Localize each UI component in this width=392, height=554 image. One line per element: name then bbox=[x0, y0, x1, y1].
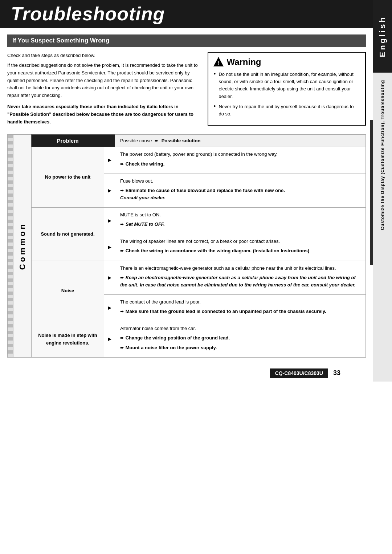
solution-ground-text: Make sure that the ground lead is connec… bbox=[126, 309, 326, 314]
right-sidebar: English Customize the Display (Customize… bbox=[373, 0, 392, 382]
header-row: Problem Possible cause ➨ Possible soluti… bbox=[32, 135, 366, 147]
main-content: If You Suspect Something Wrong Check and… bbox=[0, 28, 373, 382]
arrow-cell-5: ▶ bbox=[104, 261, 115, 294]
common-label-text: Common bbox=[18, 222, 27, 270]
solution-text-2: ➨ Eliminate the cause of fuse blowout an… bbox=[120, 187, 360, 201]
problem-no-power-text: No power to the unit bbox=[45, 174, 91, 180]
cause-text-4: The wiring of speaker lines are not corr… bbox=[120, 238, 360, 245]
table-header: Problem Possible cause ➨ Possible soluti… bbox=[32, 135, 366, 147]
solution-cell-7: Alternator noise comes from the car. ➨ C… bbox=[115, 321, 366, 357]
problem-no-sound-text: Sound is not generated. bbox=[41, 231, 94, 237]
sidebar-accent-bar bbox=[370, 120, 373, 265]
table-row: No power to the unit ▶ The power cord (b… bbox=[32, 147, 366, 174]
intro-area: Check and take steps as described below.… bbox=[7, 52, 366, 128]
cause-text-6: The contact of the ground lead is poor. bbox=[120, 298, 360, 306]
title-text: Troubleshooting bbox=[11, 3, 165, 24]
cause-text-5: There is an electromagnetic-wave generat… bbox=[120, 265, 360, 272]
cause-text-3: MUTE is set to ON. bbox=[120, 211, 360, 219]
problem-engine-noise-text: Noise is made in step with engine revolu… bbox=[38, 333, 97, 345]
solution-strong-2: Eliminate the cause of fuse blowout and … bbox=[120, 188, 285, 200]
solution-wiring-text: Check the wiring in accordance with the … bbox=[126, 248, 309, 253]
cause-text-7: Alternator noise comes from the car. bbox=[120, 325, 360, 332]
cause-text-1: The power cord (battery, power and groun… bbox=[120, 151, 360, 158]
solution-filter-text: Mount a noise filter on the power supply… bbox=[126, 345, 217, 350]
problem-no-power: No power to the unit bbox=[32, 147, 104, 208]
customize-label-section: Customize the Display (Customize Functio… bbox=[373, 73, 392, 382]
problem-table: Problem Possible cause ➨ Possible soluti… bbox=[31, 134, 366, 357]
header-cause-solution: Possible cause ➨ Possible solution bbox=[115, 135, 366, 147]
solution-cell-1: The power cord (battery, power and groun… bbox=[115, 147, 366, 174]
problem-engine-noise: Noise is made in step with engine revolu… bbox=[32, 321, 104, 357]
customize-vertical-label: Customize the Display (Customize Functio… bbox=[380, 80, 385, 230]
warning-box-container: ! Warning Do not use the unit in an irre… bbox=[208, 52, 366, 128]
solution-text-7b: ➨ Mount a noise filter on the power supp… bbox=[120, 344, 360, 351]
model-number: CQ-C8403U/C8303U bbox=[270, 368, 328, 378]
arrow-cell-6: ▶ bbox=[104, 295, 115, 321]
table-row: Sound is not generated. ▶ MUTE is set to… bbox=[32, 208, 366, 234]
arrow-cell-4: ▶ bbox=[104, 234, 115, 261]
warning-list: Do not use the unit in an irregular cond… bbox=[213, 71, 360, 118]
section-header-text: If You Suspect Something Wrong bbox=[12, 37, 109, 44]
table-row: Noise ▶ There is an electromagnetic-wave… bbox=[32, 261, 366, 294]
solution-cell-2: Fuse blows out. ➨ Eliminate the cause of… bbox=[115, 174, 366, 207]
warning-exclamation: ! bbox=[218, 60, 219, 66]
warning-triangle-icon: ! bbox=[213, 57, 224, 67]
header-solution-text: Possible solution bbox=[162, 138, 201, 143]
header-problem: Problem bbox=[32, 135, 104, 147]
intro-text: Check and take steps as described below.… bbox=[7, 52, 200, 128]
table-body: No power to the unit ▶ The power cord (b… bbox=[32, 147, 366, 357]
bold-warning-text: Never take measures especially those oth… bbox=[7, 104, 193, 125]
solution-text-3: ➨ Set MUTE to OFF. bbox=[120, 221, 360, 228]
solution-cell-6: The contact of the ground lead is poor. … bbox=[115, 295, 366, 321]
arrow-cell-7: ▶ bbox=[104, 321, 115, 357]
warning-item-2: Never try to repair the unit by yourself… bbox=[213, 103, 360, 118]
page-number: 33 bbox=[333, 369, 340, 377]
solution-ground-pos-text: Change the wiring position of the ground… bbox=[126, 335, 230, 341]
cause-text-2: Fuse blows out. bbox=[120, 178, 360, 185]
solution-text-7a: ➨ Change the wiring position of the grou… bbox=[120, 334, 360, 342]
common-label-cell: Common bbox=[13, 134, 31, 357]
solution-text-6: ➨ Make sure that the ground lead is conn… bbox=[120, 308, 360, 315]
english-vertical-label: English bbox=[378, 16, 387, 57]
solution-text-5: ➨ Keep an electromagnetic-wave generator… bbox=[120, 274, 360, 289]
warning-title-row: ! Warning bbox=[213, 57, 360, 67]
page-footer: CQ-C8403U/C8303U 33 bbox=[7, 365, 366, 382]
warning-item-1: Do not use the unit in an irregular cond… bbox=[213, 71, 360, 100]
warning-box: ! Warning Do not use the unit in an irre… bbox=[208, 52, 366, 126]
intro-para1: Check and take steps as described below. bbox=[7, 52, 200, 60]
intro-bold-warning: Never take measures especially those oth… bbox=[7, 103, 200, 126]
solution-mute-text: Set MUTE to OFF. bbox=[126, 221, 165, 227]
solution-text-4: ➨ Check the wiring in accordance with th… bbox=[120, 247, 360, 254]
troubleshooting-table-wrapper: Common Problem Possible cause ➨ Possible… bbox=[7, 134, 366, 357]
problem-noise-text: Noise bbox=[61, 288, 74, 293]
arrow-cell-2: ▶ bbox=[104, 174, 115, 207]
solution-text-1: ➨ Check the wiring. bbox=[120, 160, 360, 168]
header-cause-text: Possible cause bbox=[120, 138, 152, 143]
problem-no-sound: Sound is not generated. bbox=[32, 208, 104, 261]
solution-cell-4: The wiring of speaker lines are not corr… bbox=[115, 234, 366, 261]
page-title: Troubleshooting bbox=[0, 0, 392, 28]
arrow-cell-3: ▶ bbox=[104, 208, 115, 234]
arrow-cell-1: ▶ bbox=[104, 147, 115, 174]
table-row: Noise is made in step with engine revolu… bbox=[32, 321, 366, 357]
left-label-section: Common bbox=[7, 134, 31, 357]
solution-cell-3: MUTE is set to ON. ➨ Set MUTE to OFF. bbox=[115, 208, 366, 234]
section-header: If You Suspect Something Wrong bbox=[7, 34, 366, 47]
stripe-decoration bbox=[7, 134, 13, 357]
solution-emwave-text: Keep an electromagnetic-wave generator s… bbox=[120, 275, 356, 288]
english-label-section: English bbox=[373, 0, 392, 73]
warning-title-text: Warning bbox=[226, 57, 261, 67]
problem-noise: Noise bbox=[32, 261, 104, 321]
solution-cell-5: There is an electromagnetic-wave generat… bbox=[115, 261, 366, 294]
intro-para2: If the described suggestions do not solv… bbox=[7, 62, 200, 99]
arrow-symbol: ➨ bbox=[155, 138, 159, 143]
